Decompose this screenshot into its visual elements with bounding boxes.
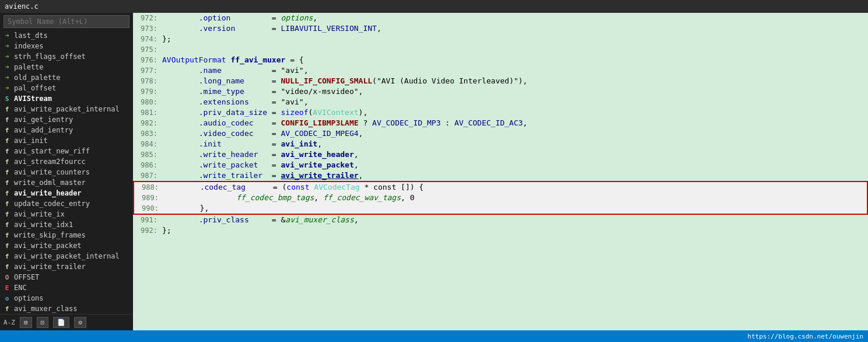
func-icon: f bbox=[2, 125, 12, 135]
line-number: 988: bbox=[134, 182, 163, 193]
line-content: .priv_class = &avi_muxer_class, bbox=[162, 215, 359, 225]
line-content: .codec_tag = (const AVCodecTag * const [… bbox=[163, 182, 424, 193]
sidebar-item-update_codec_entry[interactable]: fupdate_codec_entry bbox=[0, 198, 133, 209]
code-line-977: 977: .name = "avi", bbox=[133, 65, 868, 76]
line-number: 981: bbox=[133, 107, 162, 118]
sidebar-item-avi_write_counters[interactable]: favi_write_counters bbox=[0, 167, 133, 177]
sidebar-item-label: avi_get_ientry bbox=[14, 116, 73, 124]
line-content: .video_codec = AV_CODEC_ID_MPEG4, bbox=[162, 128, 363, 139]
line-content: .write_header = avi_write_header, bbox=[162, 149, 359, 160]
sidebar-item-avi_write_idx1[interactable]: favi_write_idx1 bbox=[0, 219, 133, 230]
sidebar-item-label: avi_write_packet_internal bbox=[14, 252, 120, 260]
sidebar-item-write_odml_master[interactable]: fwrite_odml_master bbox=[0, 177, 133, 188]
func-icon: f bbox=[2, 262, 12, 271]
line-content: ff_codec_bmp_tags, ff_codec_wav_tags, 0 bbox=[163, 193, 415, 203]
line-content: .write_trailer = avi_write_trailer, bbox=[162, 170, 363, 181]
func-icon: f bbox=[2, 252, 12, 261]
sidebar-item-options[interactable]: ooptions bbox=[0, 293, 133, 303]
var-icon: ➜ bbox=[2, 52, 12, 61]
sidebar-item-label: write_skip_frames bbox=[14, 231, 86, 239]
sidebar-item-last_dts[interactable]: ➜last_dts bbox=[0, 30, 133, 41]
sidebar-item-label: pal_offset bbox=[14, 84, 56, 92]
func-icon: f bbox=[2, 304, 12, 313]
symbol-search-input[interactable] bbox=[4, 15, 130, 28]
var-icon: ➜ bbox=[2, 62, 12, 72]
sidebar-item-avi_write_packet_internal[interactable]: favi_write_packet_internal bbox=[0, 104, 133, 114]
sidebar-item-label: avi_write_header bbox=[14, 189, 82, 197]
func-icon: f bbox=[2, 115, 12, 124]
code-line-990: 990: }, bbox=[133, 203, 868, 215]
sidebar-item-OFFSET[interactable]: OOFFSET bbox=[0, 272, 133, 282]
code-content: 972: .option = options,973: .version = L… bbox=[133, 13, 868, 236]
filename-label: avienc.c bbox=[5, 2, 38, 11]
sidebar-item-old_palette[interactable]: ➜old_palette bbox=[0, 72, 133, 83]
top-bar: avienc.c bbox=[0, 0, 868, 13]
sidebar-item-label: old_palette bbox=[14, 74, 60, 82]
line-number: 989: bbox=[134, 193, 163, 203]
line-content: }, bbox=[163, 203, 209, 214]
code-line-992: 992:}; bbox=[133, 225, 868, 236]
sidebar-item-avi_start_new_riff[interactable]: favi_start_new_riff bbox=[0, 146, 133, 156]
sidebar-item-write_skip_frames[interactable]: fwrite_skip_frames bbox=[0, 230, 133, 240]
toolbar-btn-1[interactable]: ⊞ bbox=[20, 317, 32, 328]
toolbar-btn-3[interactable]: 📄 bbox=[53, 317, 69, 328]
sidebar-item-strh_flags_offset[interactable]: ➜strh_flags_offset bbox=[0, 51, 133, 62]
line-content: .mime_type = "video/x-msvideo", bbox=[162, 86, 363, 97]
var-icon: ➜ bbox=[2, 83, 12, 93]
sidebar-item-avi_write_trailer[interactable]: favi_write_trailer bbox=[0, 261, 133, 272]
code-line-982: 982: .audio_codec = CONFIG_LIBMP3LAME ? … bbox=[133, 118, 868, 128]
func-icon: f bbox=[2, 199, 12, 208]
sidebar-item-label: options bbox=[14, 294, 44, 302]
sidebar-item-label: avi_write_packet bbox=[14, 242, 82, 250]
code-line-981: 981: .priv_data_size = sizeof(AVIContext… bbox=[133, 107, 868, 118]
sidebar-item-palette[interactable]: ➜palette bbox=[0, 62, 133, 72]
status-bar: https://blog.csdn.net/ouwenjin bbox=[0, 330, 868, 342]
line-number: 992: bbox=[133, 225, 162, 236]
code-line-985: 985: .write_header = avi_write_header, bbox=[133, 149, 868, 160]
sidebar-item-label: avi_write_counters bbox=[14, 168, 90, 176]
code-line-978: 978: .long_name = NULL_IF_CONFIG_SMALL("… bbox=[133, 76, 868, 86]
line-number: 983: bbox=[133, 128, 162, 139]
code-area: 972: .option = options,973: .version = L… bbox=[133, 13, 868, 330]
sidebar: ➜last_dts➜indexes➜strh_flags_offset➜pale… bbox=[0, 13, 133, 330]
sidebar-item-ENC[interactable]: EENC bbox=[0, 282, 133, 293]
line-content: .priv_data_size = sizeof(AVIContext), bbox=[162, 107, 368, 118]
sidebar-item-pal_offset[interactable]: ➜pal_offset bbox=[0, 83, 133, 93]
sidebar-item-avi_init[interactable]: favi_init bbox=[0, 135, 133, 146]
sidebar-item-label: ENC bbox=[14, 284, 27, 292]
sidebar-item-avi_add_ientry[interactable]: favi_add_ientry bbox=[0, 125, 133, 135]
sidebar-item-avi_muxer_class[interactable]: favi_muxer_class bbox=[0, 303, 133, 314]
sidebar-item-avi_stream2fourcc[interactable]: favi_stream2fourcc bbox=[0, 156, 133, 167]
line-number: 974: bbox=[133, 34, 162, 44]
sidebar-item-avi_get_ientry[interactable]: favi_get_ientry bbox=[0, 114, 133, 125]
sidebar-item-avi_write_packet[interactable]: favi_write_packet bbox=[0, 240, 133, 251]
toolbar-btn-4[interactable]: ⚙ bbox=[74, 317, 86, 328]
code-line-979: 979: .mime_type = "video/x-msvideo", bbox=[133, 86, 868, 97]
sidebar-item-label: indexes bbox=[14, 42, 44, 50]
func-icon: f bbox=[2, 220, 12, 229]
sidebar-item-avi_write_packet_internal2[interactable]: favi_write_packet_internal bbox=[0, 251, 133, 261]
options-icon: o bbox=[2, 294, 12, 303]
line-content: .name = "avi", bbox=[162, 65, 308, 76]
line-content: .write_packet = avi_write_packet, bbox=[162, 160, 359, 170]
code-line-989: 989: ff_codec_bmp_tags, ff_codec_wav_tag… bbox=[133, 193, 868, 203]
offset-icon: O bbox=[2, 273, 12, 282]
line-number: 986: bbox=[133, 160, 162, 170]
line-number: 977: bbox=[133, 65, 162, 76]
sidebar-item-avi_write_header[interactable]: favi_write_header bbox=[0, 188, 133, 198]
sidebar-item-label: avi_write_ix bbox=[14, 210, 65, 218]
sidebar-item-indexes[interactable]: ➜indexes bbox=[0, 41, 133, 51]
func-icon: f bbox=[2, 146, 12, 156]
toolbar-btn-2[interactable]: ⊡ bbox=[37, 317, 49, 328]
func-icon: f bbox=[2, 178, 12, 187]
code-line-974: 974:}; bbox=[133, 34, 868, 44]
sidebar-item-avi_write_ix[interactable]: favi_write_ix bbox=[0, 209, 133, 219]
sidebar-list: ➜last_dts➜indexes➜strh_flags_offset➜pale… bbox=[0, 30, 133, 314]
sidebar-item-label: avi_init bbox=[14, 137, 48, 145]
line-content: .audio_codec = CONFIG_LIBMP3LAME ? AV_CO… bbox=[162, 118, 527, 128]
sidebar-item-label: palette bbox=[14, 63, 44, 71]
sidebar-item-label: OFFSET bbox=[14, 273, 39, 281]
status-url: https://blog.csdn.net/ouwenjin bbox=[747, 333, 863, 340]
line-number: 991: bbox=[133, 215, 162, 225]
sidebar-item-AVIStream[interactable]: SAVIStream bbox=[0, 93, 133, 104]
